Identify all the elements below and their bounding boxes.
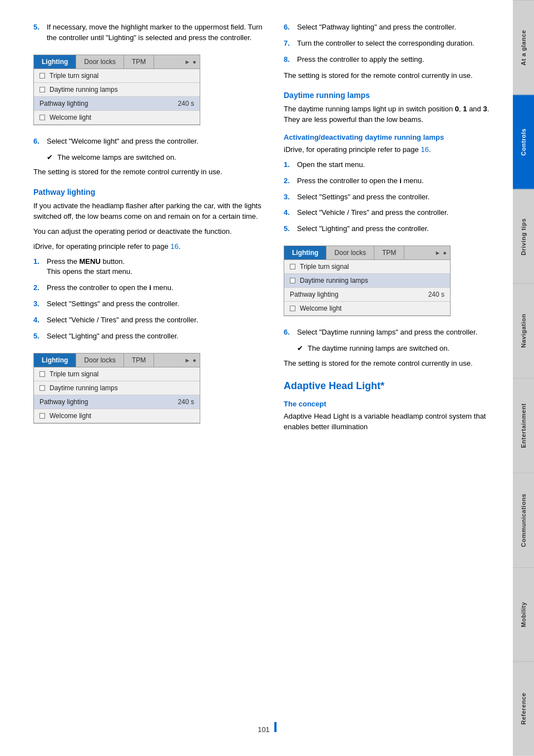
idrive-menu-2: Lighting Door locks TPM ► ● Triple turn … bbox=[33, 353, 200, 424]
sidebar-tab-at-a-glance[interactable]: At a glance bbox=[513, 0, 534, 95]
idrive-label-triple-1: Triple turn signal bbox=[50, 72, 98, 80]
idrive-menu-3: Lighting Door locks TPM ► ● Triple turn … bbox=[284, 246, 451, 316]
daytime-step-2: 2. Press the controller to open the i me… bbox=[284, 176, 501, 186]
idrive-tab-tpm-2: TPM bbox=[124, 354, 154, 367]
main-content: 5. If necessary, move the highlight mark… bbox=[0, 0, 513, 756]
step-text-6-left: Select "Welcome light" and press the con… bbox=[47, 136, 199, 147]
idrive-menu-1: Lighting Door locks TPM ► ● Triple turn … bbox=[33, 55, 200, 125]
daytime-step-4: 4. Select "Vehicle / Tires" and press th… bbox=[284, 208, 501, 218]
idrive-menu-2-wrapper: Lighting Door locks TPM ► ● Triple turn … bbox=[33, 347, 200, 429]
daytime-step-num-5: 5. bbox=[284, 224, 293, 234]
step-text-8-right: Press the controller to apply the settin… bbox=[297, 55, 424, 65]
idrive-checkbox-triple-3 bbox=[290, 264, 295, 269]
idrive-tab-tpm-1: TPM bbox=[124, 55, 154, 68]
step-6-left: 6. Select "Welcome light" and press the … bbox=[33, 136, 273, 147]
checkmark-icon-daytime: ✔ bbox=[297, 344, 303, 352]
idrive-label-pathway-3: Pathway lighting bbox=[290, 291, 338, 298]
step-num-8-right: 8. bbox=[284, 55, 293, 65]
step-text-5: If necessary, move the highlight marker … bbox=[47, 22, 273, 43]
page-ref-daytime[interactable]: 16 bbox=[421, 145, 428, 154]
pathway-step-num-5: 5. bbox=[33, 331, 42, 342]
idrive-tab-doorlocks-2: Door locks bbox=[76, 354, 124, 367]
sidebar-label-entertainment: Entertainment bbox=[520, 403, 527, 448]
daytime-step-text-1: Open the start menu. bbox=[297, 160, 365, 170]
pathway-step-text-1: Press the MENU button.This opens the sta… bbox=[47, 257, 132, 278]
daytime-step-text-4: Select "Vehicle / Tires" and press the c… bbox=[297, 208, 448, 218]
idrive-label-daytime-3: Daytime running lamps bbox=[300, 277, 368, 284]
adaptive-body: Adaptive Head Light is a variable headla… bbox=[284, 411, 501, 433]
idrive-checkbox-welcome-3 bbox=[290, 306, 295, 311]
idrive-row-daytime-3: Daytime running lamps bbox=[284, 274, 450, 288]
step-7-right: 7. Turn the controller to select the cor… bbox=[284, 38, 501, 49]
daytime-step-num-2: 2. bbox=[284, 176, 293, 186]
activating-heading: Activating/deactivating daytime running … bbox=[284, 133, 501, 141]
daytime-step-text-3: Select "Settings" and press the controll… bbox=[297, 192, 429, 203]
idrive-row-triple-3: Triple turn signal bbox=[284, 260, 450, 274]
idrive-menu-controls-2: ► ● bbox=[181, 354, 200, 367]
pathway-step-num-1: 1. bbox=[33, 257, 42, 278]
sidebar-tab-entertainment[interactable]: Entertainment bbox=[513, 378, 534, 473]
idrive-row-daytime-1: Daytime running lamps bbox=[34, 83, 200, 97]
page-number-bar bbox=[274, 722, 276, 732]
step-num-6-left: 6. bbox=[33, 136, 42, 147]
idrive-arrow-icon: ► bbox=[184, 58, 190, 65]
idrive-circle-icon: ● bbox=[192, 58, 196, 65]
pathway-step-2: 2. Press the controller to open the i me… bbox=[33, 283, 273, 293]
right-column: 6. Select "Pathway lighting" and press t… bbox=[284, 22, 501, 734]
pathway-step-num-4: 4. bbox=[33, 315, 42, 326]
sidebar-tab-driving-tips[interactable]: Driving tips bbox=[513, 189, 534, 284]
step-text-7-right: Turn the controller to select the corres… bbox=[297, 38, 474, 49]
page-number: 101 bbox=[258, 725, 270, 739]
step-num-7-right: 7. bbox=[284, 38, 293, 49]
idrive-label-pathway-2: Pathway lighting bbox=[39, 398, 88, 406]
daytime-body: The daytime running lamps light up in sw… bbox=[284, 104, 501, 125]
idrive-label-welcome-3: Welcome light bbox=[300, 305, 342, 312]
idrive-row-triple-2: Triple turn signal bbox=[34, 367, 200, 381]
daytime-step-3: 3. Select "Settings" and press the contr… bbox=[284, 192, 501, 203]
pathway-body-1: If you activate the headlamp flasher aft… bbox=[33, 201, 273, 222]
sidebar-label-mobility: Mobility bbox=[520, 602, 527, 627]
idrive-row-welcome-2: Welcome light bbox=[34, 409, 200, 423]
idrive-row-daytime-2: Daytime running lamps bbox=[34, 381, 200, 395]
idrive-tab-doorlocks-3: Door locks bbox=[327, 246, 374, 259]
step-text-6-daytime: Select "Daytime running lamps" and press… bbox=[297, 327, 477, 338]
step-6-daytime: 6. Select "Daytime running lamps" and pr… bbox=[284, 327, 501, 338]
idrive-arrow-icon-3: ► bbox=[434, 249, 441, 256]
idrive-label-triple-3: Triple turn signal bbox=[300, 263, 349, 271]
idrive-tab-tpm-3: TPM bbox=[374, 246, 404, 259]
idrive-checkbox-daytime-2 bbox=[39, 385, 45, 391]
idrive-checkbox-daytime-3 bbox=[290, 278, 295, 283]
pathway-step-text-2: Press the controller to open the i menu. bbox=[47, 283, 174, 293]
idrive-checkbox-welcome-2 bbox=[39, 413, 45, 419]
check-note-daytime: ✔ The daytime running lamps are switched… bbox=[297, 343, 501, 354]
idrive-row-welcome-1: Welcome light bbox=[34, 111, 200, 125]
pathway-step-5: 5. Select "Lighting" and press the contr… bbox=[33, 331, 273, 342]
pathway-step-1: 1. Press the MENU button.This opens the … bbox=[33, 257, 273, 278]
sidebar-tab-mobility[interactable]: Mobility bbox=[513, 567, 534, 662]
page-ref-pathway[interactable]: 16 bbox=[170, 242, 178, 251]
pathway-step-text-4: Select "Vehicle / Tires" and press the c… bbox=[47, 315, 198, 326]
body-after-steps-right: The setting is stored for the remote con… bbox=[284, 71, 501, 81]
idrive-tab-lighting-2: Lighting bbox=[34, 354, 76, 367]
sidebar-tab-navigation[interactable]: Navigation bbox=[513, 283, 534, 378]
concept-subheading: The concept bbox=[284, 400, 501, 408]
daytime-step-1: 1. Open the start menu. bbox=[284, 160, 501, 170]
idrive-circle-icon-2: ● bbox=[192, 357, 196, 364]
idrive-label-daytime-2: Daytime running lamps bbox=[50, 384, 118, 392]
daytime-step-text-2: Press the controller to open the i menu. bbox=[297, 176, 424, 186]
sidebar-label-at-a-glance: At a glance bbox=[520, 30, 527, 65]
sidebar-tab-controls[interactable]: Controls bbox=[513, 95, 534, 189]
checkmark-icon-1: ✔ bbox=[47, 153, 53, 161]
idrive-menu-1-wrapper: Lighting Door locks TPM ► ● Triple turn … bbox=[33, 49, 200, 131]
idrive-tab-lighting-1: Lighting bbox=[34, 55, 76, 68]
step-5-left: 5. If necessary, move the highlight mark… bbox=[33, 22, 273, 43]
daytime-step-num-1: 1. bbox=[284, 160, 293, 170]
pathway-body-2: You can adjust the operating period or d… bbox=[33, 227, 273, 237]
check-note-1: ✔ The welcome lamps are switched on. bbox=[47, 153, 273, 163]
sidebar-tab-communications[interactable]: Communications bbox=[513, 473, 534, 567]
idrive-row-pathway-2: Pathway lighting 240 s bbox=[34, 395, 200, 409]
sidebar-tab-reference[interactable]: Reference bbox=[513, 661, 534, 756]
sidebar-label-driving-tips: Driving tips bbox=[520, 218, 527, 256]
check-text-1: The welcome lamps are switched on. bbox=[57, 153, 176, 163]
idrive-checkbox-triple-1 bbox=[39, 73, 45, 78]
